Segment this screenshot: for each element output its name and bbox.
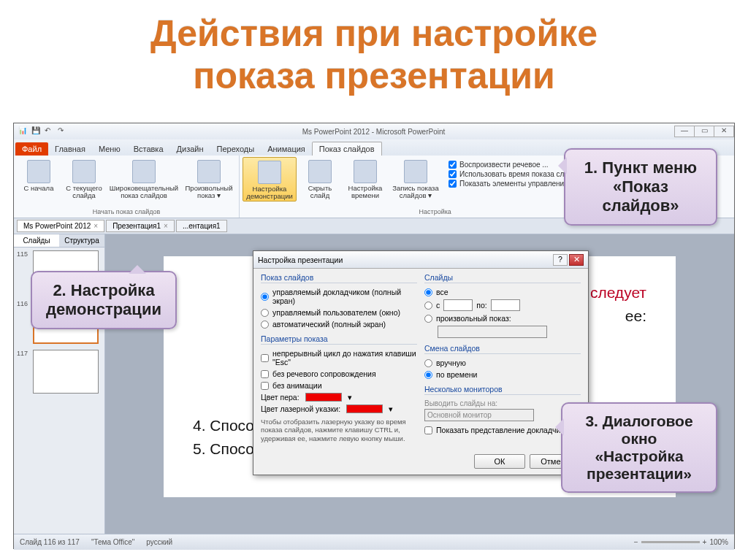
ok-button[interactable]: ОК [474, 454, 525, 469]
zoom-slider[interactable] [641, 541, 700, 543]
tab-menu[interactable]: Меню [92, 142, 127, 156]
color-swatch[interactable] [305, 393, 342, 402]
radio-timed[interactable]: по времени [424, 369, 581, 380]
tab-insert[interactable]: Вставка [127, 142, 170, 156]
zoom-control[interactable]: − + 100% [634, 538, 728, 546]
section-monitors: Несколько мониторов [424, 385, 581, 395]
hide-slide-button[interactable]: Скрыть слайд [298, 157, 342, 200]
play-current-icon [72, 160, 96, 183]
radio-range[interactable]: спо: [424, 298, 581, 312]
close-button[interactable]: ✕ [714, 126, 734, 137]
dialog-close-button[interactable]: ✕ [569, 254, 584, 266]
maximize-button[interactable]: ▭ [694, 126, 714, 137]
zoom-out-icon[interactable]: − [634, 538, 638, 546]
callout-3: 3. Диалоговое окно «Настройка презентаци… [561, 402, 717, 493]
custom-show-combo[interactable] [438, 326, 547, 338]
record-button[interactable]: Запись показа слайдов ▾ [389, 157, 443, 200]
color-swatch[interactable] [346, 404, 383, 413]
titlebar: 📊 💾 ↶ ↷ Ms PowerPoint 2012 - Microsoft P… [14, 123, 734, 139]
minimize-button[interactable]: — [674, 126, 695, 137]
callout-1: 1. Пункт меню «Показ слайдов» [564, 148, 717, 226]
to-spinner[interactable] [491, 299, 520, 311]
quick-access-toolbar[interactable]: 📊 💾 ↶ ↷ [14, 126, 72, 137]
redo-icon[interactable]: ↷ [58, 126, 68, 137]
record-icon [404, 160, 427, 183]
tab-design[interactable]: Дизайн [170, 142, 210, 156]
from-beginning-button[interactable]: С начала [17, 157, 61, 192]
slide-thumbnail[interactable] [33, 350, 99, 394]
callout-2: 2. Настройка демонстрации [31, 271, 177, 329]
pen-color-picker[interactable]: Цвет пера:▾ [261, 391, 417, 403]
from-spinner[interactable] [443, 299, 473, 311]
tab-home[interactable]: Главная [48, 142, 92, 156]
radio-user[interactable]: управляемый пользователем (окно) [261, 307, 417, 318]
window-title: Ms PowerPoint 2012 - Microsoft PowerPoin… [72, 128, 675, 136]
app-icon: 📊 [18, 126, 28, 137]
thumb-num: 117 [17, 350, 30, 357]
laser-note: Чтобы отобразить лазерную указку во врем… [261, 415, 417, 445]
save-icon[interactable]: 💾 [31, 126, 42, 137]
help-button[interactable]: ? [553, 254, 568, 266]
from-current-button[interactable]: С текущего слайда [62, 157, 106, 200]
setup-show-dialog: Настройка презентации ? ✕ Показ слайдов … [253, 250, 589, 475]
doc-tab-1[interactable]: Ms PowerPoint 2012× [17, 220, 104, 232]
tab-animations[interactable]: Анимация [261, 142, 312, 156]
chk-no-animation[interactable]: без анимации [261, 380, 417, 391]
status-lang: русский [146, 538, 172, 546]
custom-show-button[interactable]: Произвольный показ ▾ [182, 157, 236, 200]
section-advance: Смена слайдов [424, 344, 581, 354]
radio-auto[interactable]: автоматический (полный экран) [261, 318, 417, 330]
status-slide: Слайд 116 из 117 [20, 538, 80, 546]
dialog-title: Настройка презентации [258, 256, 552, 264]
play-icon [27, 160, 50, 183]
radio-custom-show[interactable]: произвольный показ: [424, 312, 581, 324]
radio-presenter[interactable]: управляемый докладчиком (полный экран) [261, 286, 417, 307]
tab-transitions[interactable]: Переходы [210, 142, 262, 156]
zoom-value: 100% [709, 538, 728, 546]
custom-show-icon [197, 160, 221, 183]
status-theme: "Тема Office" [91, 538, 134, 546]
chk-no-narration[interactable]: без речевого сопровождения [261, 368, 417, 380]
zoom-in-icon[interactable]: + [703, 538, 707, 546]
setup-slideshow-button[interactable]: Настройка демонстрации [243, 157, 297, 202]
page-title: Действия при настройкепоказа презентации [0, 0, 748, 106]
tab-slideshow[interactable]: Показ слайдов [312, 142, 382, 156]
close-icon[interactable]: × [94, 222, 98, 230]
broadcast-button[interactable]: Широковещательный показ слайдов [107, 157, 180, 200]
chk-loop[interactable]: непрерывный цикл до нажатия клавиши "Esc… [261, 348, 417, 368]
group-label-start: Начать показ слайдов [17, 208, 236, 216]
section-show-type: Показ слайдов [261, 273, 417, 283]
doc-tab-3[interactable]: ...ентация1 [176, 220, 227, 232]
tab-file[interactable]: Файл [15, 142, 48, 156]
clock-icon [354, 160, 377, 183]
doc-tab-2[interactable]: Презентация1× [106, 220, 175, 232]
undo-icon[interactable]: ↶ [45, 126, 55, 137]
radio-manual[interactable]: вручную [424, 357, 581, 369]
close-icon[interactable]: × [164, 222, 168, 230]
hide-slide-icon [308, 160, 332, 183]
monitor-label: Выводить слайды на: [424, 398, 581, 409]
broadcast-icon [132, 160, 156, 183]
radio-all-slides[interactable]: все [424, 286, 581, 298]
panel-tab-outline[interactable]: Структура [59, 234, 104, 247]
section-slides: Слайды [424, 273, 581, 283]
group-start-slideshow: С начала С текущего слайда Широковещател… [14, 156, 240, 218]
section-options: Параметры показа [261, 334, 417, 345]
dialog-titlebar: Настройка презентации ? ✕ [253, 251, 588, 269]
rehearse-button[interactable]: Настройка времени [343, 157, 387, 200]
laser-color-picker[interactable]: Цвет лазерной указки:▾ [261, 403, 417, 415]
thumb-num: 115 [17, 250, 30, 258]
thumb-num: 116 [17, 300, 30, 307]
monitor-combo[interactable]: Основной монитор [424, 409, 534, 421]
panel-tab-slides[interactable]: Слайды [14, 234, 59, 247]
setup-icon [258, 161, 281, 184]
statusbar: Слайд 116 из 117 "Тема Office" русский −… [14, 534, 734, 550]
